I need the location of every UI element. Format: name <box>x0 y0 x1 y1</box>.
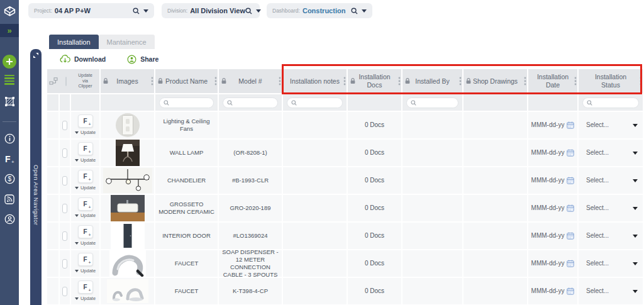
cell-date[interactable]: MMM-dd-yy <box>528 167 577 194</box>
product-image-handle-faucet[interactable] <box>107 279 148 303</box>
column-header-model[interactable]: Model # <box>219 69 282 93</box>
column-header-select[interactable] <box>60 69 72 93</box>
cell-model[interactable] <box>219 112 282 138</box>
app-logo[interactable] <box>0 0 19 24</box>
cell-shop[interactable] <box>464 250 527 277</box>
menu-icon[interactable] <box>4 75 14 85</box>
cell-status[interactable]: Select... <box>579 195 643 221</box>
row-checkbox[interactable] <box>62 148 67 158</box>
calendar-icon[interactable] <box>567 121 574 129</box>
add-button[interactable] <box>3 55 16 69</box>
product-image-sensor-faucet[interactable] <box>109 250 146 277</box>
row-checkbox[interactable] <box>62 287 67 296</box>
cell-notes[interactable] <box>283 167 347 194</box>
cell-model[interactable]: #LO1369024 <box>219 223 282 249</box>
select-all-checkbox[interactable] <box>65 77 67 86</box>
sidebar-collapse-button[interactable]: » <box>0 24 19 37</box>
row-checkbox[interactable] <box>62 176 67 186</box>
cell-status[interactable]: Select... <box>579 112 643 138</box>
calendar-icon[interactable] <box>567 260 574 267</box>
cell-product[interactable]: FAUCET <box>155 250 218 277</box>
column-menu-icon[interactable] <box>214 77 217 86</box>
cell-product[interactable]: WALL LAMP <box>155 140 218 166</box>
column-header-date[interactable]: Installation Date <box>528 69 577 93</box>
filter-input-product[interactable] <box>159 97 214 108</box>
update-dropdown[interactable]: Update <box>75 213 96 218</box>
cell-model[interactable]: SOAP DISPENSER - 12 METER CONNECTION CAB… <box>219 250 282 277</box>
column-menu-icon[interactable] <box>279 77 281 86</box>
column-menu-icon[interactable] <box>524 77 526 86</box>
cell-notes[interactable] <box>283 140 347 166</box>
cell-shop[interactable] <box>464 278 527 304</box>
cell-model[interactable]: (OR-8208-1) <box>219 140 282 166</box>
clipper-update-button[interactable]: F+ <box>78 197 93 211</box>
calendar-icon[interactable] <box>567 232 574 240</box>
clipper-update-button[interactable]: F+ <box>78 225 93 238</box>
clipper-update-button[interactable]: F+ <box>78 170 93 183</box>
cell-docs[interactable]: 0 Docs <box>348 195 401 221</box>
cell-notes[interactable] <box>283 250 347 277</box>
expand-hierarchy-icon[interactable] <box>49 77 58 85</box>
cell-date[interactable]: MMM-dd-yy <box>528 278 577 304</box>
cell-model[interactable]: GRO-2020-189 <box>219 195 282 221</box>
account-icon[interactable] <box>0 210 19 229</box>
cell-notes[interactable] <box>283 278 347 304</box>
cell-docs[interactable]: 0 Docs <box>348 112 401 138</box>
cell-installed_by[interactable] <box>402 223 462 249</box>
cell-installed_by[interactable] <box>402 278 462 304</box>
division-select[interactable]: Division: All Division View <box>162 3 260 18</box>
filter-input-model[interactable] <box>223 97 278 108</box>
cell-status[interactable]: Select... <box>579 140 643 166</box>
column-header-status[interactable]: Installation Status <box>579 69 643 93</box>
update-dropdown[interactable]: Update <box>75 157 96 163</box>
cell-date[interactable]: MMM-dd-yy <box>528 140 577 166</box>
cell-date[interactable]: MMM-dd-yy <box>528 112 577 138</box>
column-header-product[interactable]: Product Name <box>155 69 218 93</box>
tab-maintenance[interactable]: Mantainence <box>99 35 155 49</box>
calendar-icon[interactable] <box>567 204 574 212</box>
cell-status[interactable]: Select... <box>579 278 643 304</box>
product-image-ceramic-sink[interactable] <box>111 195 145 221</box>
filter-input-installed_by[interactable] <box>406 97 458 108</box>
row-checkbox[interactable] <box>62 204 67 213</box>
area-navigator-bar[interactable]: Open Area Navigator <box>30 49 42 305</box>
calendar-icon[interactable] <box>567 177 574 184</box>
dashboard-select[interactable]: Dashboard: Construction <box>267 3 372 18</box>
column-header-notes[interactable]: Installation notes <box>283 69 347 93</box>
column-menu-icon[interactable] <box>640 77 642 86</box>
cell-shop[interactable] <box>464 167 527 194</box>
update-dropdown[interactable]: Update <box>75 296 96 301</box>
project-select[interactable]: Project: 04 AP P+W <box>28 3 154 18</box>
column-menu-icon[interactable] <box>343 77 346 86</box>
cell-product[interactable]: INTERIOR DOOR <box>155 223 218 249</box>
info-icon[interactable] <box>0 130 19 148</box>
cell-product[interactable]: Lighting & Ceiling Fans <box>155 112 218 138</box>
column-menu-icon[interactable] <box>398 77 401 86</box>
cell-docs[interactable]: 0 Docs <box>348 167 401 194</box>
download-button[interactable]: Download <box>60 55 106 64</box>
update-dropdown[interactable]: Update <box>75 130 96 135</box>
column-header-shop[interactable]: Shop Drawings <box>464 69 527 93</box>
cell-model[interactable]: #B-1993-CLR <box>219 167 282 194</box>
filter-input-status[interactable] <box>582 97 639 108</box>
cell-product[interactable]: FAUCET <box>155 278 218 304</box>
column-header-update[interactable]: Update via Clipper <box>71 69 99 93</box>
product-image-wall-lamp[interactable] <box>116 140 140 166</box>
column-header-expander[interactable] <box>47 69 60 93</box>
product-image-chandelier[interactable] <box>103 168 152 193</box>
column-header-installed_by[interactable]: Installed By <box>402 69 462 93</box>
cell-status[interactable]: Select... <box>579 167 643 194</box>
column-menu-icon[interactable] <box>574 77 577 86</box>
fohlio-f-plus-icon[interactable]: F + <box>0 150 19 169</box>
clipper-update-button[interactable]: F+ <box>78 142 93 155</box>
cell-model[interactable]: K-T398-4-CP <box>219 278 282 304</box>
calendar-icon[interactable] <box>567 287 574 295</box>
cell-shop[interactable] <box>464 112 527 138</box>
clipper-update-button[interactable]: F+ <box>78 280 93 294</box>
cell-shop[interactable] <box>464 223 527 249</box>
cell-docs[interactable]: 0 Docs <box>348 278 401 304</box>
clipper-update-button[interactable]: F+ <box>78 114 93 128</box>
filter-input-notes[interactable] <box>287 97 343 108</box>
row-checkbox[interactable] <box>62 231 67 241</box>
cell-product[interactable]: CHANDELIER <box>155 167 218 194</box>
